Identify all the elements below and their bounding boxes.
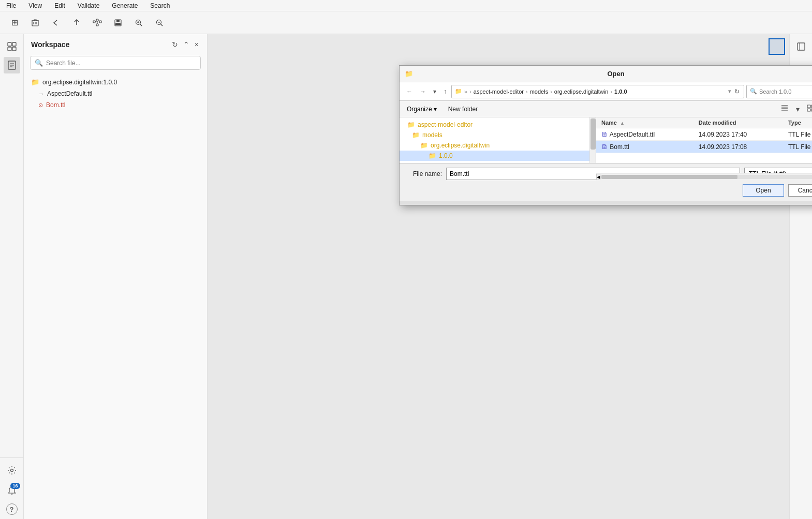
folder-label-0: aspect-model-editor bbox=[418, 121, 473, 128]
open-button[interactable]: Open bbox=[743, 184, 784, 197]
file-name-0: AspectDefault.ttl bbox=[610, 131, 655, 138]
nav-back-button[interactable]: ← bbox=[404, 87, 415, 96]
folder-item-2[interactable]: 📁 org.eclipse.digitaltwin bbox=[400, 140, 596, 151]
new-folder-button[interactable]: New folder bbox=[444, 104, 482, 114]
resize-handle[interactable]: ⠿ bbox=[400, 201, 812, 205]
path-part3: org.eclipse.digitaltwin bbox=[554, 88, 609, 95]
file-icon-0: 🗎 bbox=[601, 130, 608, 138]
tree-file-aspectdefault[interactable]: → AspectDefault.ttl bbox=[24, 88, 207, 99]
nav-forward-button[interactable]: → bbox=[417, 87, 429, 96]
filename-label: File name: bbox=[406, 170, 442, 177]
workspace-icon-btn[interactable] bbox=[4, 38, 20, 55]
left-icon-column bbox=[0, 34, 24, 519]
workspace-title: Workspace bbox=[31, 40, 69, 49]
nav-dropdown-button[interactable]: ▾ bbox=[431, 87, 439, 96]
folder-icon-2: 📁 bbox=[420, 142, 428, 149]
files-icon-btn[interactable] bbox=[4, 57, 20, 73]
col-type[interactable]: Type bbox=[783, 117, 812, 128]
tree-file-bom[interactable]: ⊙ Bom.ttl bbox=[24, 99, 207, 111]
folder-item-1[interactable]: 📁 models bbox=[400, 130, 596, 140]
toolbar-right: ▾ ? bbox=[778, 103, 812, 115]
open-dialog: 📁 Open × ← → ▾ ↑ 📁 » › aspect-model-edit… bbox=[399, 65, 812, 205]
delete-button[interactable] bbox=[27, 14, 43, 31]
path-folder-icon: 📁 bbox=[455, 88, 462, 95]
organize-button[interactable]: Organize ▾ bbox=[404, 104, 440, 114]
collapse-button[interactable]: ⌃ bbox=[182, 39, 190, 50]
svg-rect-37 bbox=[807, 109, 810, 111]
menu-file[interactable]: File bbox=[4, 1, 18, 10]
file-date-1: 14.09.2023 17:08 bbox=[693, 141, 783, 153]
svg-rect-26 bbox=[12, 47, 16, 51]
svg-rect-35 bbox=[807, 105, 810, 108]
back-button[interactable] bbox=[48, 14, 64, 31]
svg-line-22 bbox=[161, 24, 163, 26]
col-date[interactable]: Date modified bbox=[693, 117, 783, 128]
network-button[interactable] bbox=[89, 14, 106, 31]
help-button-bottom[interactable]: ? bbox=[6, 503, 18, 515]
zoom-out-button[interactable] bbox=[151, 14, 168, 31]
toolbar-left: Organize ▾ New folder bbox=[404, 104, 482, 114]
content-area: 📁 Open × ← → ▾ ↑ 📁 » › aspect-model-edit… bbox=[208, 34, 789, 519]
address-path[interactable]: 📁 » › aspect-model-editor › models › org… bbox=[451, 85, 744, 98]
bottom-icon-panel: 16 ? bbox=[0, 457, 24, 519]
file-label-1: AspectDefault.ttl bbox=[47, 90, 92, 97]
zoom-in-button[interactable] bbox=[130, 14, 147, 31]
dialog-titlebar: 📁 Open × bbox=[400, 66, 812, 82]
file-row-1[interactable]: 🗎 Bom.ttl 14.09.2023 17:08 TTL File bbox=[596, 141, 812, 153]
right-sidebar-btn-1[interactable] bbox=[793, 38, 809, 55]
footer-buttons: Open Cancel bbox=[406, 184, 812, 197]
col-name[interactable]: Name ▲ bbox=[596, 117, 693, 128]
menu-generate[interactable]: Generate bbox=[110, 1, 140, 10]
cancel-button[interactable]: Cancel bbox=[788, 184, 812, 197]
folder-label-1: models bbox=[422, 131, 442, 139]
up-button[interactable] bbox=[68, 14, 85, 31]
toolbar: ⊞ bbox=[0, 11, 812, 34]
tree-root[interactable]: 📁 org.eclipse.digitaltwin:1.0.0 bbox=[24, 76, 207, 88]
menu-view[interactable]: View bbox=[26, 1, 44, 10]
dialog-title-icon: 📁 bbox=[405, 70, 413, 78]
folder-icon-0: 📁 bbox=[407, 121, 415, 128]
files-table: Name ▲ Date modified Type bbox=[596, 117, 812, 153]
svg-rect-9 bbox=[96, 24, 98, 26]
svg-rect-23 bbox=[8, 42, 11, 46]
nav-up-button[interactable]: ↑ bbox=[441, 87, 449, 96]
refresh-address-button[interactable]: ↻ bbox=[733, 88, 741, 95]
path-sep2: › bbox=[526, 88, 528, 95]
svg-rect-15 bbox=[115, 23, 121, 25]
dialog-body: 📁 aspect-model-editor 📁 models 📁 org.ecl… bbox=[400, 117, 812, 163]
arrow-icon: → bbox=[38, 91, 44, 97]
folder-icon: 📁 bbox=[31, 78, 39, 86]
folder-icon-1: 📁 bbox=[412, 131, 420, 139]
close-sidebar-button[interactable]: × bbox=[194, 39, 200, 50]
address-dropdown-icon: ▾ bbox=[728, 88, 731, 95]
dialog-search-input[interactable] bbox=[759, 88, 812, 95]
dialog-search-icon: 🔍 bbox=[750, 88, 757, 95]
path-part4: 1.0.0 bbox=[614, 88, 627, 95]
folder-scrollbar[interactable] bbox=[589, 117, 596, 163]
view-list-button[interactable] bbox=[778, 103, 791, 115]
search-box: 🔍 bbox=[30, 56, 201, 70]
search-input[interactable] bbox=[46, 60, 196, 67]
pin-button[interactable]: ⊞ bbox=[6, 14, 23, 31]
file-row-0[interactable]: 🗎 AspectDefault.ttl 14.09.2023 17:40 TTL… bbox=[596, 128, 812, 141]
main-layout: Workspace ↻ ⌃ × 🔍 📁 org.eclipse.digitalt… bbox=[0, 34, 812, 519]
settings-button[interactable] bbox=[4, 462, 20, 479]
refresh-button[interactable]: ↻ bbox=[171, 39, 179, 50]
save-button[interactable] bbox=[110, 14, 126, 31]
file-icon-1: 🗎 bbox=[601, 143, 608, 151]
view-dropdown-button[interactable]: ▾ bbox=[793, 103, 802, 115]
dialog-title: Open bbox=[607, 70, 624, 78]
menu-validate[interactable]: Validate bbox=[76, 1, 101, 10]
sidebar-icons: ↻ ⌃ × bbox=[171, 39, 200, 50]
folder-item-3[interactable]: 📁 1.0.0 bbox=[400, 151, 596, 161]
view-tiles-button[interactable] bbox=[804, 103, 812, 115]
search-icon: 🔍 bbox=[35, 59, 43, 67]
folder-label-2: org.eclipse.digitaltwin bbox=[431, 142, 490, 149]
notifications-button[interactable]: 16 bbox=[4, 483, 20, 499]
menu-edit[interactable]: Edit bbox=[52, 1, 67, 10]
folder-item-0[interactable]: 📁 aspect-model-editor bbox=[400, 120, 596, 130]
menu-bar: File View Edit Validate Generate Search bbox=[0, 0, 812, 11]
menu-search[interactable]: Search bbox=[148, 1, 172, 10]
svg-rect-8 bbox=[99, 21, 101, 23]
path-sep4: › bbox=[610, 88, 612, 95]
